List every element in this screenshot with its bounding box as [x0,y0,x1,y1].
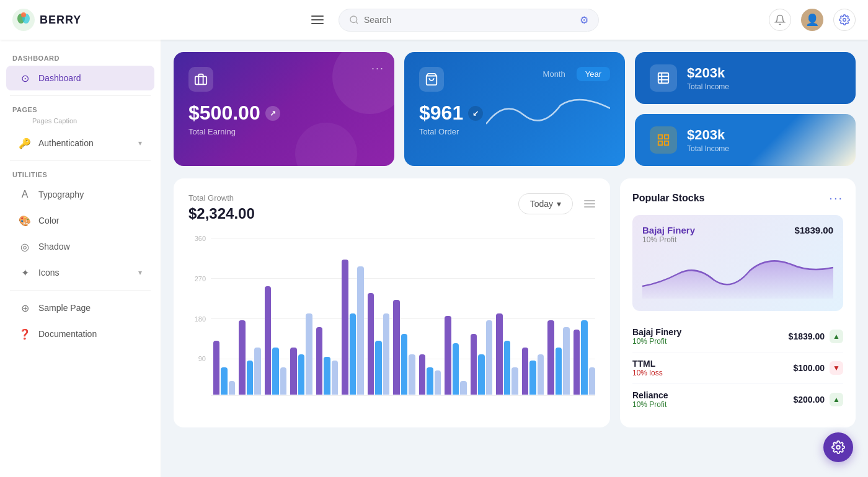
shadow-icon: ◎ [19,240,31,253]
bar-light [435,370,441,395]
avatar[interactable]: 👤 [801,9,823,31]
stocks-title: Popular Stocks [632,193,704,204]
notification-button[interactable] [769,9,791,31]
sidebar: Dashboard ⊙ Dashboard Pages Pages Captio… [0,40,161,477]
bar-group [445,316,466,395]
filter-icon[interactable]: ⚙ [580,14,588,26]
bar-purple [393,300,399,395]
bar-group [496,313,518,395]
bag-icon [425,72,438,86]
stock-row: TTML 10% loss $100.00 ▼ [632,352,843,384]
dashboard-icon: ⊙ [19,72,31,84]
bar-purple [471,334,477,395]
chart-menu-button[interactable] [584,200,595,208]
stock-row-price: $100.00 [793,363,825,373]
bottom-row: Total Growth $2,324.00 Today ▾ [174,178,856,427]
bar-purple [547,320,554,395]
bar-blue [324,357,330,395]
stock-row: Reliance 10% Profit $200.00 ▲ [632,384,843,415]
earning-more-button[interactable]: ··· [371,62,384,75]
svg-point-6 [843,19,846,22]
stat-label-2: Total Income [687,144,729,153]
bar-light [383,313,389,395]
right-stats: $203k Total Income $203k Total Income [635,52,856,166]
stock-down-badge: ▼ [830,361,843,375]
chevron-today-icon: ▾ [557,199,561,209]
sidebar-item-auth-label: Authentication [38,138,131,148]
stocks-card: Popular Stocks ··· Bajaj Finery 10% Prof… [620,178,856,427]
stat-icon-1 [650,64,677,92]
sidebar-divider-3 [10,290,151,291]
stock-row-name: Reliance [632,390,668,400]
sidebar-item-dashboard-label: Dashboard [38,73,142,83]
bar-group [316,327,338,395]
stock-preview-profit: 10% Profit [642,235,695,244]
stock-row-profit: 10% Profit [632,400,668,409]
order-wave-chart [486,87,610,136]
chart-card: Total Growth $2,324.00 Today ▾ [174,178,610,427]
stocks-more-button[interactable]: ··· [829,191,843,205]
bar-light [563,327,569,395]
bar-purple [522,348,528,395]
sidebar-item-sample[interactable]: ⊕ Sample Page [6,295,154,320]
settings-button[interactable] [833,9,856,31]
bar-group [239,320,260,395]
sidebar-item-shadow[interactable]: ◎ Shadow [6,234,154,259]
bar-purple [419,354,425,395]
icons-icon: ✦ [19,266,31,279]
stock-row-info: TTML 10% loss [632,359,663,377]
chart-title: Total Growth [188,193,255,203]
stock-row-info: Bajaj Finery 10% Profit [632,327,681,346]
stock-row-price: $1839.00 [789,331,825,341]
stock-row-profit: 10% loss [632,369,663,377]
sidebar-item-icons[interactable]: ✦ Icons ▾ [6,260,154,285]
order-toggle: Month Year [534,67,610,81]
bar-group [213,341,235,395]
sidebar-item-dashboard[interactable]: ⊙ Dashboard [6,66,154,90]
fab-button[interactable] [823,432,853,462]
sidebar-item-icons-label: Icons [38,268,131,278]
stock-preview-price: $1839.00 [794,225,833,244]
bar-blue [272,348,278,395]
gear-icon [839,14,850,25]
bar-blue [350,313,356,395]
sidebar-section-utilities: Utilities [0,166,161,181]
sidebar-item-docs[interactable]: ❓ Documentation [6,322,154,346]
bar-purple [368,293,374,395]
bar-light [460,381,466,395]
bar-light [486,320,492,395]
bar-blue [427,367,433,395]
bar-purple [290,348,296,395]
menu-toggle-button[interactable] [306,9,329,31]
bar-group [393,300,415,395]
order-card: Month Year $961 ↙ Total Order [404,52,625,166]
bar-purple [265,286,271,395]
typography-icon: A [19,188,31,201]
search-input[interactable] [364,15,575,25]
sidebar-item-color[interactable]: 🎨 Color [6,208,154,233]
sidebar-section-pages: Pages [0,101,161,116]
sidebar-item-authentication[interactable]: 🔑 Authentication ▾ [6,131,154,155]
bar-light [512,367,518,395]
stock-up-badge: ▲ [830,330,843,343]
bar-blue [375,341,381,395]
stock-row-info: Reliance 10% Profit [632,390,668,409]
bar-purple [213,341,219,395]
stat-card-2: $203k Total Income [635,114,856,166]
header: BERRY ⚙ 👤 [0,0,868,40]
year-toggle-button[interactable]: Year [577,67,610,81]
sidebar-item-color-label: Color [38,216,142,225]
month-toggle-button[interactable]: Month [534,67,574,81]
bar-group [547,320,569,395]
svg-point-17 [836,445,840,449]
bars-container [213,235,595,396]
logo-area: BERRY [12,9,136,31]
fab-gear-icon [831,440,845,454]
stat-amount-2: $203k [687,127,729,143]
today-filter-button[interactable]: Today ▾ [518,193,573,214]
chevron-icons-icon: ▾ [138,268,142,277]
sample-icon: ⊕ [19,302,31,314]
wallet-icon [194,72,208,86]
bar-purple [239,320,245,395]
sidebar-item-typography[interactable]: A Typography [6,182,154,207]
